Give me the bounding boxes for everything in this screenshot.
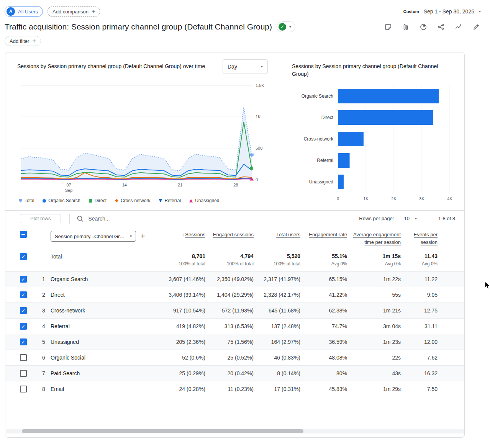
svg-text:Unassigned: Unassigned [309, 179, 333, 185]
select-all-checkbox[interactable] [20, 231, 27, 238]
svg-text:Sep: Sep [65, 188, 73, 193]
date-type-label: Custom [403, 9, 419, 14]
table-row: 8Email24 (0.28%)11 (0.23%)17 (0.31%)45.8… [5, 381, 464, 397]
row-number: 7 [37, 370, 51, 376]
legend-item[interactable]: Total [19, 198, 34, 203]
caret-down-icon: ▾ [261, 65, 263, 69]
column-header-sessions[interactable]: ↓Sessions [152, 231, 205, 239]
svg-text:3K: 3K [419, 196, 424, 201]
row-checkbox[interactable]: ✓ [20, 307, 27, 314]
add-comparison-chip[interactable]: Add comparison + [48, 6, 100, 17]
date-range-picker[interactable]: Custom Sep 1 - Sep 30, 2025 ▾ [403, 8, 481, 15]
legend-item[interactable]: Referral [159, 198, 181, 203]
all-users-chip[interactable]: A All Users [5, 6, 43, 17]
check-icon: ✓ [279, 23, 286, 31]
total-events-per-session: 11.43 [401, 253, 438, 259]
engagement-rate-value: 36.59% [300, 339, 347, 345]
row-checkbox[interactable]: ✓ [20, 323, 27, 330]
table-body: ✓1Organic Search3,607 (41.46%)2,350 (49.… [5, 271, 464, 397]
row-checkbox[interactable] [20, 370, 27, 377]
avg-engagement-time-value: 1m 22s [347, 276, 401, 282]
row-checkbox[interactable]: ✓ [20, 291, 27, 298]
engaged-sessions-value: 313 (6.53%) [205, 323, 254, 329]
granularity-select[interactable]: Day ▾ [223, 59, 268, 74]
sessions-value: 205 (2.36%) [152, 339, 205, 345]
legend-item[interactable]: Direct [89, 198, 107, 203]
total-users-value: 645 (11.68%) [254, 307, 300, 314]
engaged-sessions-value: 75 (1.56%) [205, 339, 254, 345]
engaged-sessions-value: 20 (0.42%) [205, 370, 254, 376]
total-users: 5,520 [254, 253, 300, 259]
sessions-by-channel-chart: 01K2K3K4KOrganic SearchDirectCross-netwo… [292, 82, 461, 204]
speed-icon[interactable] [419, 22, 428, 31]
channel-name: Direct [51, 292, 152, 298]
insights-icon[interactable] [454, 22, 463, 31]
sessions-value: 917 (10.54%) [152, 307, 205, 314]
search-box[interactable] [77, 215, 187, 222]
engaged-sessions-value: 11 (0.23%) [205, 386, 254, 392]
plot-rows-button[interactable]: Plot rows [20, 214, 61, 223]
column-header-engagement-rate[interactable]: Engagement rate [300, 231, 347, 239]
note-icon[interactable] [383, 22, 393, 31]
sessions-over-time-chart: 05001K1.5K07Sep142128 [17, 76, 282, 194]
filter-bar: Add filter + [0, 32, 490, 46]
caret-down-icon: ▾ [289, 25, 291, 29]
data-quality-badge[interactable]: ✓ ▾ [277, 21, 295, 32]
row-checkbox[interactable] [20, 386, 27, 392]
events-per-session-value: 16.32 [401, 370, 438, 376]
row-checkbox[interactable] [20, 354, 27, 361]
sort-desc-icon: ↓ [182, 232, 185, 237]
sessions-over-time-panel: Sessions by Session primary channel grou… [17, 59, 287, 206]
edit-icon[interactable] [472, 22, 481, 31]
scrollbar-thumb[interactable] [22, 429, 303, 433]
total-checkbox[interactable]: ✓ [20, 253, 27, 260]
sessions-value: 24 (0.28%) [152, 386, 205, 392]
svg-text:2K: 2K [391, 196, 397, 201]
legend-item[interactable]: Cross-network [115, 198, 150, 203]
legend-item[interactable]: Organic Search [43, 198, 80, 203]
search-input[interactable] [87, 215, 187, 222]
avg-engagement-time-value: 1m 21s [347, 307, 401, 314]
row-checkbox[interactable]: ✓ [20, 338, 27, 345]
svg-text:1K: 1K [256, 114, 261, 119]
svg-text:0: 0 [337, 196, 339, 201]
engagement-rate-value: 41.22% [300, 292, 347, 298]
svg-text:28: 28 [233, 183, 238, 187]
date-range-label: Sep 1 - Sep 30, 2025 [424, 8, 474, 15]
legend-label: Organic Search [48, 198, 80, 203]
svg-text:1.5K: 1.5K [256, 83, 264, 88]
total-sessions: 8,701 [152, 253, 205, 259]
column-header-total-users[interactable]: Total users [254, 231, 300, 239]
toolbar-divider [69, 214, 70, 224]
rows-per-page-select[interactable]: 10 ▾ [404, 216, 417, 221]
add-filter-chip[interactable]: Add filter + [5, 36, 41, 46]
row-number: 6 [37, 355, 51, 361]
rows-per-page-value: 10 [404, 216, 409, 221]
dimension-select[interactable]: Session primary...Channel Group) ▾ [51, 231, 136, 242]
table-row: ✓5Unassigned205 (2.36%)75 (1.56%)164 (2.… [5, 334, 464, 350]
triangle-down-marker-icon [159, 199, 162, 203]
add-dimension-button[interactable]: + [141, 232, 145, 240]
share-icon[interactable] [436, 22, 446, 31]
legend-label: Direct [95, 198, 107, 203]
total-engaged-sessions: 4,794 [205, 253, 254, 259]
column-header-engaged-sessions[interactable]: Engaged sessions [205, 231, 254, 239]
sessions-value: 419 (4.82%) [152, 323, 205, 329]
channel-name: Email [51, 386, 152, 392]
legend-item[interactable]: Unassigned [189, 198, 219, 203]
column-header-avg-engagement-time[interactable]: Average engagement time per session [347, 231, 401, 246]
engaged-sessions-value: 1,404 (29.29%) [205, 292, 254, 298]
total-avg-engagement-time: 1m 15s [347, 253, 401, 259]
horizontal-scrollbar [6, 429, 464, 433]
table-header: Session primary...Channel Group) ▾ + ↓Se… [5, 226, 464, 250]
columns-icon[interactable] [401, 22, 410, 31]
svg-text:Referral: Referral [317, 158, 333, 163]
total-users-value: 46 (0.83%) [254, 355, 300, 361]
row-number: 2 [37, 292, 51, 298]
row-number: 5 [37, 339, 51, 345]
add-comparison-label: Add comparison [52, 9, 88, 15]
row-checkbox[interactable]: ✓ [20, 276, 27, 283]
events-per-session-value: 12.75 [401, 307, 438, 314]
column-header-events-per-session[interactable]: Events per session [401, 231, 438, 246]
caret-down-icon: ▾ [130, 234, 132, 238]
